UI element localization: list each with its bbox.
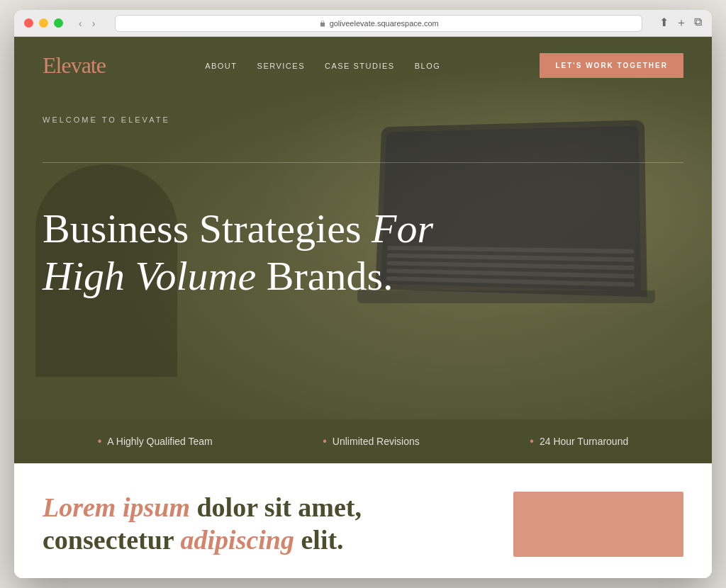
features-bar: • A Highly Qualified Team • Unlimited Re… bbox=[14, 419, 712, 463]
hero-section: Elevate About Services Case Studies Blog… bbox=[14, 37, 712, 419]
forward-button[interactable]: › bbox=[89, 16, 99, 30]
nav-links: About Services Case Studies Blog bbox=[205, 62, 440, 70]
back-button[interactable]: ‹ bbox=[76, 16, 85, 30]
nav-blog[interactable]: Blog bbox=[415, 62, 441, 70]
below-fold-text-2: consectetur bbox=[43, 525, 181, 555]
windows-icon[interactable]: ⧉ bbox=[694, 16, 702, 30]
hero-eyebrow: WELCOME TO ELEVATE bbox=[43, 115, 683, 124]
cta-button[interactable]: LET'S WORK TOGETHER bbox=[540, 53, 683, 78]
feature-1: • A Highly Qualified Team bbox=[98, 435, 213, 448]
share-icon[interactable]: ⬆ bbox=[659, 16, 669, 30]
hero-headline-block: Business Strategies For High Volume Bran… bbox=[14, 184, 712, 328]
titlebar: ‹ › goliveelevate.squarespace.com ⬆ ＋ ⧉ bbox=[14, 10, 712, 37]
headline-italic-1: For bbox=[372, 205, 433, 251]
maximize-button[interactable] bbox=[54, 18, 63, 28]
hero-headline: Business Strategies For High Volume Bran… bbox=[43, 205, 525, 300]
below-fold-heading: Lorem ipsum dolor sit amet, consectetur … bbox=[43, 492, 492, 556]
new-tab-icon[interactable]: ＋ bbox=[676, 16, 687, 30]
address-bar[interactable]: goliveelevate.squarespace.com bbox=[115, 15, 642, 32]
below-fold-text-1: dolor sit amet, bbox=[190, 492, 362, 522]
feature-3: • 24 Hour Turnaround bbox=[530, 435, 628, 448]
feature-label-2: Unlimited Revisions bbox=[333, 436, 420, 447]
bullet-3: • bbox=[530, 435, 534, 448]
nav-services[interactable]: Services bbox=[257, 62, 305, 70]
headline-italic-2: High Volume bbox=[43, 253, 256, 299]
below-fold-section: Lorem ipsum dolor sit amet, consectetur … bbox=[14, 463, 712, 577]
website-content: Elevate About Services Case Studies Blog… bbox=[14, 37, 712, 577]
headline-text-1: Business Strategies bbox=[43, 205, 372, 251]
feature-2: • Unlimited Revisions bbox=[323, 435, 420, 448]
toolbar-right: ⬆ ＋ ⧉ bbox=[659, 16, 702, 30]
below-fold-italic: Lorem ipsum bbox=[43, 492, 190, 522]
below-fold-text-3: elit. bbox=[294, 525, 344, 555]
below-fold-italic-2: adipiscing bbox=[181, 525, 294, 555]
bullet-2: • bbox=[323, 435, 327, 448]
feature-label-3: 24 Hour Turnaround bbox=[540, 436, 628, 447]
close-button[interactable] bbox=[24, 18, 33, 28]
below-fold-text: Lorem ipsum dolor sit amet, consectetur … bbox=[43, 492, 492, 556]
navigation: Elevate About Services Case Studies Blog… bbox=[14, 37, 712, 94]
headline-text-3: Brands. bbox=[256, 253, 393, 299]
hero-content: WELCOME TO ELEVATE bbox=[14, 94, 712, 162]
site-logo[interactable]: Elevate bbox=[43, 52, 106, 79]
minimize-button[interactable] bbox=[39, 18, 48, 28]
url-text: goliveelevate.squarespace.com bbox=[330, 19, 439, 28]
hero-divider bbox=[43, 162, 683, 163]
below-fold-image bbox=[513, 492, 683, 556]
bullet-1: • bbox=[98, 435, 102, 448]
nav-about[interactable]: About bbox=[205, 62, 237, 70]
browser-window: ‹ › goliveelevate.squarespace.com ⬆ ＋ ⧉ bbox=[14, 10, 712, 577]
nav-case-studies[interactable]: Case Studies bbox=[325, 62, 395, 70]
lock-icon bbox=[319, 20, 326, 27]
feature-label-1: A Highly Qualified Team bbox=[107, 436, 212, 447]
